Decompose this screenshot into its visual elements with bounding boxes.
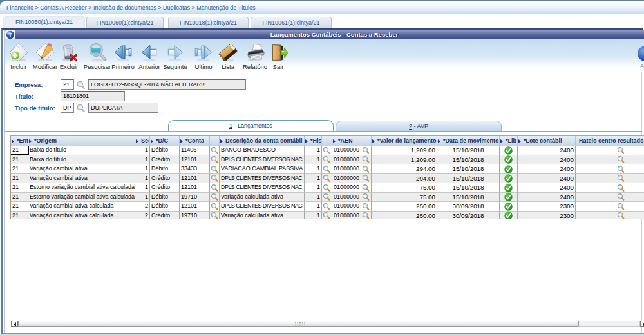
svg-text:T: T: [8, 32, 12, 38]
